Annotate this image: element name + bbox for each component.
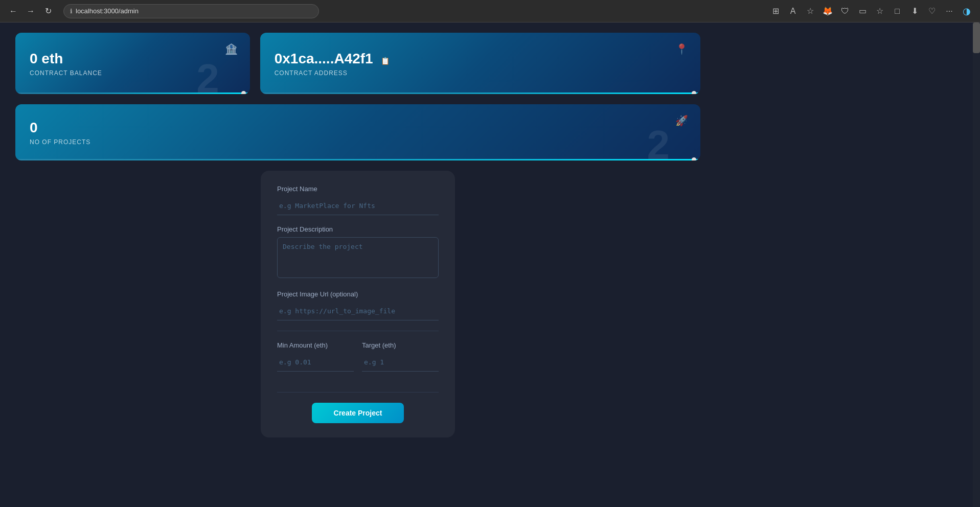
address-progress-fill (260, 93, 700, 94)
target-label: Target (eth) (362, 341, 439, 349)
projects-label: NO OF PROJECTS (30, 139, 686, 146)
top-cards-row: 🏦 2 0 eth CONTRACT BALANCE 📍 0x1ca.....A… (15, 33, 700, 94)
page-content: 🏦 2 0 eth CONTRACT BALANCE 📍 0x1ca.....A… (0, 22, 716, 448)
projects-value: 0 (30, 119, 686, 136)
min-amount-group: Min Amount (eth) (277, 341, 354, 372)
font-icon[interactable]: A (786, 4, 800, 18)
contract-address-label: CONTRACT ADDRESS (275, 70, 686, 77)
url-text: localhost:3000/admin (76, 7, 139, 15)
favorites-icon[interactable]: ☆ (873, 4, 887, 18)
download-icon[interactable]: ⬇ (907, 4, 922, 18)
projects-progress-bar (15, 159, 700, 160)
form-divider-1 (277, 331, 439, 331)
balance-progress-fill (15, 93, 250, 94)
min-amount-input[interactable] (277, 353, 354, 372)
contract-balance-card: 🏦 2 0 eth CONTRACT BALANCE (15, 33, 250, 94)
target-input[interactable] (362, 353, 439, 372)
browser-nav: ← → ↻ (6, 4, 55, 18)
min-amount-label: Min Amount (eth) (277, 341, 354, 349)
projects-watermark: 2 (647, 125, 670, 160)
project-name-group: Project Name (277, 185, 439, 215)
project-image-input[interactable] (277, 302, 439, 320)
extension2-icon[interactable]: 🛡 (838, 4, 852, 18)
scrollbar[interactable] (973, 22, 980, 507)
projects-progress-fill (15, 159, 700, 160)
star-icon[interactable]: ☆ (803, 4, 817, 18)
address-progress-dot (692, 91, 696, 94)
form-divider-2 (277, 392, 439, 393)
balance-progress-bar (15, 93, 250, 94)
forward-button[interactable]: → (24, 4, 38, 18)
project-image-label: Project Image Url (optional) (277, 290, 439, 298)
balance-watermark: 2 (196, 58, 219, 94)
address-progress-bar (260, 93, 700, 94)
location-icon: 📍 (675, 43, 688, 55)
project-description-group: Project Description (277, 225, 439, 280)
collection-icon[interactable]: □ (890, 4, 904, 18)
address-bar[interactable]: ℹ localhost:3000/admin (63, 4, 319, 18)
amount-row: Min Amount (eth) Target (eth) (277, 341, 439, 382)
heart-icon[interactable]: ♡ (925, 4, 939, 18)
project-description-input[interactable] (277, 237, 439, 278)
contract-address-card: 📍 0x1ca.....A42f1 📋 CONTRACT ADDRESS (260, 33, 700, 94)
create-project-button[interactable]: Create Project (312, 403, 404, 423)
more-icon[interactable]: ··· (942, 4, 956, 18)
target-group: Target (eth) (362, 341, 439, 372)
rocket-icon: 🚀 (675, 114, 688, 127)
refresh-button[interactable]: ↻ (41, 4, 55, 18)
split-icon[interactable]: ▭ (855, 4, 870, 18)
copy-icon[interactable]: 📋 (381, 57, 390, 65)
projects-row: 🚀 2 0 NO OF PROJECTS (15, 104, 700, 160)
security-icon: ℹ (70, 8, 73, 15)
projects-progress-dot (692, 157, 696, 160)
scrollbar-thumb[interactable] (973, 22, 980, 53)
bank-icon: 🏦 (225, 43, 238, 55)
project-image-group: Project Image Url (optional) (277, 290, 439, 320)
project-description-label: Project Description (277, 225, 439, 233)
project-name-input[interactable] (277, 197, 439, 215)
back-button[interactable]: ← (6, 4, 20, 18)
contract-address-value: 0x1ca.....A42f1 📋 (275, 50, 686, 67)
profile-icon[interactable]: ◑ (960, 4, 974, 18)
browser-chrome: ← → ↻ ℹ localhost:3000/admin ⊞ A ☆ 🦊 🛡 ▭… (0, 0, 980, 22)
projects-card: 🚀 2 0 NO OF PROJECTS (15, 104, 700, 160)
project-name-label: Project Name (277, 185, 439, 193)
extensions-icon[interactable]: ⊞ (768, 4, 783, 18)
tampermonkey-icon[interactable]: 🦊 (821, 4, 835, 18)
balance-progress-dot (241, 91, 246, 94)
browser-tools: ⊞ A ☆ 🦊 🛡 ▭ ☆ □ ⬇ ♡ ··· ◑ (768, 4, 974, 18)
create-project-form: Project Name Project Description Project… (261, 171, 455, 437)
